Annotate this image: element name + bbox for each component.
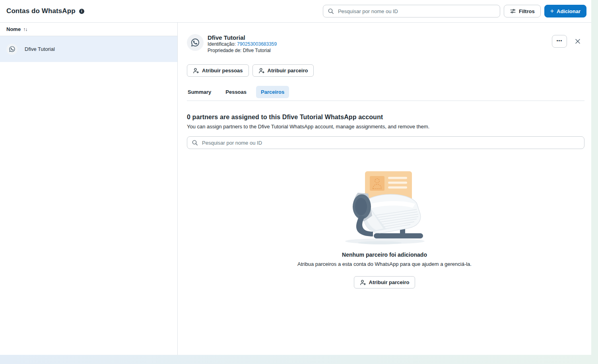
partners-heading: 0 partners are assigned to this Dfive Tu… (187, 114, 584, 121)
accounts-list-panel: Nome ↑↓ Dfive Tutorial (0, 23, 178, 355)
column-name-label: Nome (6, 26, 21, 32)
tab-parceiros[interactable]: Parceiros (256, 86, 289, 98)
assign-people-label: Atribuir pessoas (202, 68, 243, 74)
plus-icon: + (550, 8, 554, 14)
assign-partner-button[interactable]: Atribuir parceiro (354, 276, 415, 288)
detail-tabs: Summary Pessoas Parceiros (178, 77, 591, 98)
assign-people-button[interactable]: Atribuir pessoas (187, 64, 249, 77)
filters-button[interactable]: Filtros (504, 5, 541, 17)
filters-icon (510, 8, 516, 14)
topbar: Contas do WhatsApp i Filtros + Adicionar (0, 0, 591, 23)
empty-state-description: Atribua parceiros a esta conta do WhatsA… (297, 261, 472, 267)
partners-search[interactable] (187, 136, 584, 149)
add-label: Adicionar (557, 8, 581, 14)
detail-header: Dfive Tutorial Identificação: 7902530036… (178, 23, 591, 54)
partners-search-input[interactable] (201, 139, 580, 146)
person-add-icon (258, 68, 265, 74)
account-id-link[interactable]: 790253003683359 (237, 41, 277, 47)
tabs-divider (187, 101, 584, 101)
topbar-actions: Filtros + Adicionar (323, 5, 586, 17)
id-label: Identificação: (208, 41, 236, 47)
rolodex-illustration (342, 170, 427, 245)
title-group: Contas do WhatsApp i (6, 7, 84, 15)
empty-state-title: Nenhum parceiro foi adicionado (342, 252, 427, 258)
add-account-button[interactable]: + Adicionar (544, 5, 586, 17)
owner-value: Dfive Tutorial (243, 48, 271, 53)
detail-header-actions: ••• (552, 35, 581, 48)
whatsapp-accounts-window: Contas do WhatsApp i Filtros + Adicionar… (0, 0, 591, 355)
search-icon (328, 8, 334, 14)
assign-partner-label: Atribuir parceiro (268, 68, 308, 74)
person-add-icon (193, 68, 199, 74)
list-item-dfive-tutorial[interactable]: Dfive Tutorial (0, 36, 177, 62)
info-icon[interactable]: i (79, 9, 84, 14)
account-detail-panel: Dfive Tutorial Identificação: 7902530036… (178, 23, 591, 355)
empty-state: Nenhum parceiro foi adicionado Atribua p… (178, 170, 591, 288)
account-name: Dfive Tutorial (25, 46, 55, 52)
sort-icon[interactable]: ↑↓ (23, 27, 27, 32)
page-title: Contas do WhatsApp (6, 7, 76, 15)
accounts-search[interactable] (323, 5, 500, 17)
detail-info: Dfive Tutorial Identificação: 7902530036… (208, 34, 277, 54)
more-options-button[interactable]: ••• (552, 35, 567, 48)
close-icon[interactable] (575, 38, 581, 45)
assign-partner-button[interactable]: Atribuir parceiro (252, 64, 314, 77)
main-split: Nome ↑↓ Dfive Tutorial Dfive Tutorial I (0, 23, 591, 355)
owner-label: Propriedade de: (208, 48, 241, 53)
account-owner-line: Propriedade de: Dfive Tutorial (208, 48, 277, 54)
list-column-header[interactable]: Nome ↑↓ (0, 23, 177, 36)
assign-actions-row: Atribuir pessoas Atribuir parceiro (178, 54, 591, 77)
tab-pessoas[interactable]: Pessoas (221, 86, 251, 98)
accounts-search-input[interactable] (337, 8, 495, 15)
whatsapp-icon (187, 34, 204, 51)
tab-summary[interactable]: Summary (183, 86, 216, 98)
filters-label: Filtros (519, 8, 535, 14)
person-add-icon (360, 279, 366, 286)
partners-section: 0 partners are assigned to this Dfive Tu… (178, 114, 591, 149)
account-id-line: Identificação: 790253003683359 (208, 41, 277, 47)
detail-account-title: Dfive Tutorial (208, 34, 277, 41)
search-icon (192, 139, 198, 146)
whatsapp-icon (6, 44, 17, 55)
assign-partner-label: Atribuir parceiro (369, 279, 410, 285)
partners-description: You can assign partners to the Dfive Tut… (187, 124, 584, 130)
